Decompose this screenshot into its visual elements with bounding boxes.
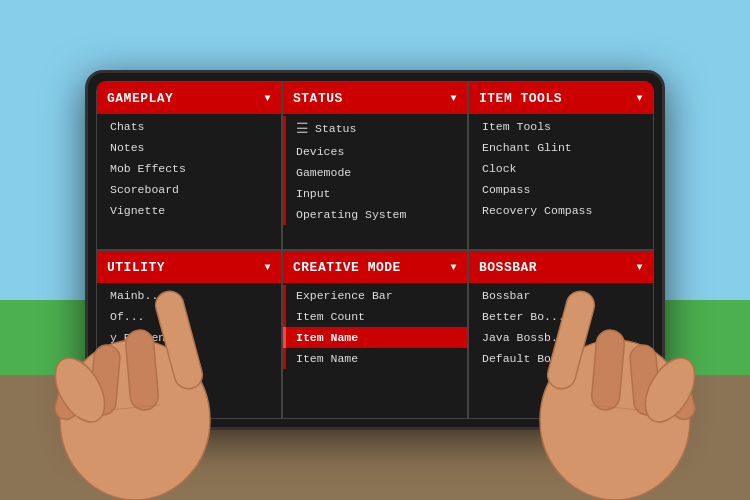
list-item[interactable]: Item Count [283, 306, 467, 327]
gameplay-items: Chats Notes Mob Effects Scoreboard Vigne… [97, 114, 281, 249]
list-item[interactable]: Mainb... [97, 285, 281, 306]
list-item[interactable]: Input [283, 183, 467, 204]
bossbar-header[interactable]: Bossbar ▼ [469, 251, 653, 283]
item-tools-label: Item Tools [479, 91, 562, 106]
utility-section: Utility ▼ Mainb... Of... y Percent [96, 250, 282, 419]
item-tools-chevron: ▼ [636, 93, 643, 104]
list-item[interactable]: Java Bossb... [469, 327, 653, 348]
list-item[interactable]: Experience Bar [283, 285, 467, 306]
gameplay-section: Gameplay ▼ Chats Notes Mob Effects Score… [96, 81, 282, 250]
status-label: Status [293, 91, 343, 106]
status-items: ☰ Status Devices Gamemode Input Operatin… [283, 114, 467, 249]
list-item[interactable]: Devices [283, 141, 467, 162]
menu-grid: Gameplay ▼ Chats Notes Mob Effects Score… [96, 81, 654, 419]
utility-label: Utility [107, 260, 165, 275]
tablet-screen: Gameplay ▼ Chats Notes Mob Effects Score… [96, 81, 654, 419]
bossbar-section: Bossbar ▼ Bossbar Better Bo... Java Boss… [468, 250, 654, 419]
list-item[interactable]: Mob Effects [97, 158, 281, 179]
gameplay-header[interactable]: Gameplay ▼ [97, 82, 281, 114]
item-tools-items: Item Tools Enchant Glint Clock Compass R… [469, 114, 653, 249]
item-tools-section: Item Tools ▼ Item Tools Enchant Glint Cl… [468, 81, 654, 250]
list-item[interactable]: Clock [469, 158, 653, 179]
list-item[interactable]: Better Bo... [469, 306, 653, 327]
gameplay-label: Gameplay [107, 91, 173, 106]
list-item[interactable]: Of... [97, 306, 281, 327]
list-item[interactable]: ☰ Status [283, 116, 467, 141]
creative-mode-section: Creative Mode ▼ Experience Bar Item Coun… [282, 250, 468, 419]
list-item-active[interactable]: Item Name [283, 327, 467, 348]
status-chevron: ▼ [450, 93, 457, 104]
list-item[interactable]: Scoreboard [97, 179, 281, 200]
utility-items: Mainb... Of... y Percent [97, 283, 281, 418]
utility-chevron: ▼ [264, 262, 271, 273]
list-item-label: Status [315, 122, 356, 135]
list-item[interactable]: Operating System [283, 204, 467, 225]
list-item[interactable]: Item Name [283, 348, 467, 369]
utility-header[interactable]: Utility ▼ [97, 251, 281, 283]
creative-mode-items: Experience Bar Item Count Item Name Item… [283, 283, 467, 418]
list-item[interactable]: Recovery Compass [469, 200, 653, 221]
creative-mode-chevron: ▼ [450, 262, 457, 273]
list-item[interactable]: Item Tools [469, 116, 653, 137]
bossbar-chevron: ▼ [636, 262, 643, 273]
list-item[interactable]: Compass [469, 179, 653, 200]
list-item[interactable]: Enchant Glint [469, 137, 653, 158]
bossbar-label: Bossbar [479, 260, 537, 275]
list-item[interactable]: Bossbar [469, 285, 653, 306]
list-item[interactable]: Chats [97, 116, 281, 137]
creative-mode-label: Creative Mode [293, 260, 401, 275]
status-header[interactable]: Status ▼ [283, 82, 467, 114]
bossbar-items: Bossbar Better Bo... Java Bossb... Defau… [469, 283, 653, 418]
list-item[interactable]: Gamemode [283, 162, 467, 183]
list-icon: ☰ [296, 120, 309, 137]
creative-mode-header[interactable]: Creative Mode ▼ [283, 251, 467, 283]
list-item[interactable]: y Percent [97, 327, 281, 348]
status-section: Status ▼ ☰ Status Devices Gamemode Input… [282, 81, 468, 250]
list-item[interactable]: Default Bossbar [469, 348, 653, 369]
item-tools-header[interactable]: Item Tools ▼ [469, 82, 653, 114]
list-item[interactable]: Notes [97, 137, 281, 158]
list-item[interactable]: Vignette [97, 200, 281, 221]
tablet-device: Gameplay ▼ Chats Notes Mob Effects Score… [85, 70, 665, 430]
gameplay-chevron: ▼ [264, 93, 271, 104]
